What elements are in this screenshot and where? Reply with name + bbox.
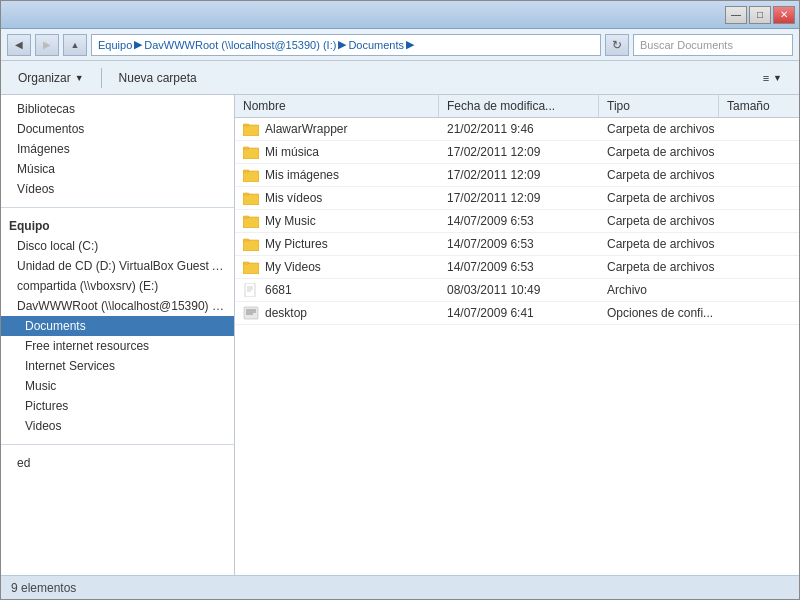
table-row[interactable]: desktop 14/07/2009 6:41 Opciones de conf… [235, 302, 799, 325]
file-rows-container: AlawarWrapper 21/02/2011 9:46 Carpeta de… [235, 118, 799, 325]
sidebar-item-bibliotecas[interactable]: Bibliotecas [1, 99, 234, 119]
file-name-cell: Mis vídeos [235, 187, 439, 209]
file-name-cell: AlawarWrapper [235, 118, 439, 140]
file-size-cell [719, 118, 799, 140]
file-date-cell: 21/02/2011 9:46 [439, 118, 599, 140]
svg-rect-19 [243, 263, 259, 274]
table-row[interactable]: Mis vídeos 17/02/2011 12:09 Carpeta de a… [235, 187, 799, 210]
file-date-cell: 14/07/2009 6:53 [439, 210, 599, 232]
folder-icon [243, 237, 259, 251]
view-button[interactable]: ≡ ▼ [754, 65, 791, 91]
file-date-cell: 08/03/2011 10:49 [439, 279, 599, 301]
folder-icon [243, 168, 259, 182]
toolbar-separator [101, 68, 102, 88]
file-name: desktop [265, 306, 307, 320]
folder-icon [243, 145, 259, 159]
file-name: AlawarWrapper [265, 122, 347, 136]
file-type-cell: Opciones de confi... [599, 302, 719, 324]
file-date-cell: 14/07/2009 6:53 [439, 256, 599, 278]
table-row[interactable]: Mis imágenes 17/02/2011 12:09 Carpeta de… [235, 164, 799, 187]
close-button[interactable]: ✕ [773, 6, 795, 24]
file-size-cell [719, 141, 799, 163]
sidebar-item-internet-services[interactable]: Internet Services [1, 356, 234, 376]
equipo-section: Equipo Disco local (C:) Unidad de CD (D:… [1, 212, 234, 440]
table-row[interactable]: My Music 14/07/2009 6:53 Carpeta de arch… [235, 210, 799, 233]
sidebar-item-disco-c[interactable]: Disco local (C:) [1, 236, 234, 256]
file-type-cell: Carpeta de archivos [599, 164, 719, 186]
sidebar-item-free-internet[interactable]: Free internet resources [1, 336, 234, 356]
sidebar-item-davwwwroot-i[interactable]: DavWWWRoot (\\localhost@15390) (I:) [1, 296, 234, 316]
table-row[interactable]: 6681 08/03/2011 10:49 Archivo [235, 279, 799, 302]
sidebar-item-videos[interactable]: Vídeos [1, 179, 234, 199]
svg-rect-21 [245, 283, 255, 297]
svg-rect-1 [243, 125, 259, 136]
refresh-button[interactable]: ↻ [605, 34, 629, 56]
file-date-cell: 17/02/2011 12:09 [439, 187, 599, 209]
file-size-cell [719, 279, 799, 301]
file-icon [243, 283, 259, 297]
file-icon [243, 306, 259, 320]
minimize-button[interactable]: — [725, 6, 747, 24]
file-name-cell: My Videos [235, 256, 439, 278]
up-button[interactable]: ▲ [63, 34, 87, 56]
back-button[interactable]: ◀ [7, 34, 31, 56]
maximize-button[interactable]: □ [749, 6, 771, 24]
header-nombre[interactable]: Nombre [235, 95, 439, 117]
table-row[interactable]: My Videos 14/07/2009 6:53 Carpeta de arc… [235, 256, 799, 279]
sidebar-item-documentos[interactable]: Documentos [1, 119, 234, 139]
explorer-window: — □ ✕ ◀ ▶ ▲ Equipo ▶ DavWWWRoot (\\local… [0, 0, 800, 600]
file-name: Mis vídeos [265, 191, 322, 205]
file-date-cell: 17/02/2011 12:09 [439, 164, 599, 186]
file-size-cell [719, 187, 799, 209]
svg-rect-2 [243, 124, 249, 126]
path-part-2: DavWWWRoot (\\localhost@15390) (I:) [144, 39, 336, 51]
file-size-cell [719, 164, 799, 186]
folder-icon [243, 214, 259, 228]
organize-button[interactable]: Organizar ▼ [9, 65, 93, 91]
search-placeholder: Buscar Documents [640, 39, 733, 51]
svg-rect-7 [243, 171, 259, 182]
title-bar-controls: — □ ✕ [725, 6, 795, 24]
search-box[interactable]: Buscar Documents [633, 34, 793, 56]
file-name: Mis imágenes [265, 168, 339, 182]
sidebar-scroll[interactable]: Bibliotecas Documentos Imágenes Música V… [1, 95, 234, 575]
status-bar: 9 elementos [1, 575, 799, 599]
address-path[interactable]: Equipo ▶ DavWWWRoot (\\localhost@15390) … [91, 34, 601, 56]
sidebar-item-musica[interactable]: Música [1, 159, 234, 179]
svg-rect-5 [243, 147, 249, 149]
file-size-cell [719, 256, 799, 278]
file-name-cell: My Music [235, 210, 439, 232]
table-row[interactable]: Mi música 17/02/2011 12:09 Carpeta de ar… [235, 141, 799, 164]
sidebar-item-ed[interactable]: ed [1, 453, 234, 473]
file-name: My Music [265, 214, 316, 228]
table-row[interactable]: My Pictures 14/07/2009 6:53 Carpeta de a… [235, 233, 799, 256]
sidebar-item-equipo-header[interactable]: Equipo [1, 216, 234, 236]
extra-section: ed [1, 449, 234, 477]
forward-button[interactable]: ▶ [35, 34, 59, 56]
sidebar-item-vboxsrv-e[interactable]: compartida (\\vboxsrv) (E:) [1, 276, 234, 296]
organize-label: Organizar [18, 71, 71, 85]
sidebar-item-cd-d[interactable]: Unidad de CD (D:) VirtualBox Guest Addit… [1, 256, 234, 276]
table-row[interactable]: AlawarWrapper 21/02/2011 9:46 Carpeta de… [235, 118, 799, 141]
svg-rect-17 [243, 239, 249, 241]
sidebar-item-music[interactable]: Music [1, 376, 234, 396]
address-bar: ◀ ▶ ▲ Equipo ▶ DavWWWRoot (\\localhost@1… [1, 29, 799, 61]
sidebar-item-documents[interactable]: Documents [1, 316, 234, 336]
file-name: My Videos [265, 260, 321, 274]
sidebar-item-pictures[interactable]: Pictures [1, 396, 234, 416]
file-type-cell: Carpeta de archivos [599, 233, 719, 255]
sidebar-item-videos-i[interactable]: Videos [1, 416, 234, 436]
file-name-cell: 6681 [235, 279, 439, 301]
header-tipo[interactable]: Tipo [599, 95, 719, 117]
svg-rect-8 [243, 170, 249, 172]
toolbar: Organizar ▼ Nueva carpeta ≡ ▼ [1, 61, 799, 95]
sidebar-item-imagenes[interactable]: Imágenes [1, 139, 234, 159]
file-name-cell: Mis imágenes [235, 164, 439, 186]
new-folder-button[interactable]: Nueva carpeta [110, 65, 206, 91]
file-type-cell: Carpeta de archivos [599, 141, 719, 163]
file-type-cell: Carpeta de archivos [599, 256, 719, 278]
header-fecha[interactable]: Fecha de modifica... [439, 95, 599, 117]
view-icon: ≡ [763, 72, 769, 84]
header-tamano[interactable]: Tamaño [719, 95, 799, 117]
file-name: My Pictures [265, 237, 328, 251]
